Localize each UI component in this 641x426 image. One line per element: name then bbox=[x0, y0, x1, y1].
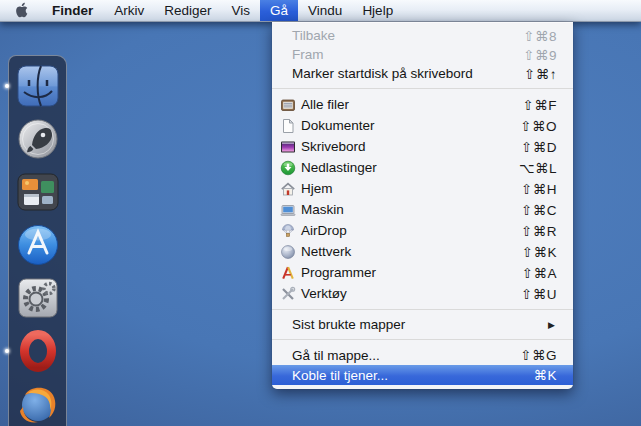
desktop: FinderArkivRedigerVisGåVinduHjelp Tilbak… bbox=[0, 0, 641, 426]
menu-item-shortcut: ⇧⌘8 bbox=[523, 28, 557, 44]
menu-separator bbox=[272, 88, 573, 89]
menu-item-shortcut: ⇧⌘A bbox=[522, 265, 557, 281]
apple-menu[interactable] bbox=[0, 0, 41, 21]
menu-item-label: Skrivebord bbox=[301, 139, 366, 154]
desktop-picture-icon bbox=[280, 138, 297, 155]
menu-separator bbox=[272, 309, 573, 310]
dock-item-opera[interactable] bbox=[16, 329, 60, 373]
firefox-icon bbox=[16, 382, 60, 426]
menu-item-alle-filer[interactable]: Alle filer⇧⌘F bbox=[272, 94, 573, 115]
menubar-item-hjelp[interactable]: Hjelp bbox=[352, 0, 403, 21]
menu-item-label: Programmer bbox=[301, 265, 376, 280]
dock-item-mission-control[interactable] bbox=[16, 170, 60, 214]
applications-icon bbox=[280, 264, 297, 281]
menu-item-label: Marker startdisk på skrivebord bbox=[292, 66, 473, 81]
menu-item-label: AirDrop bbox=[301, 223, 347, 238]
dock-item-launchpad[interactable] bbox=[16, 117, 60, 161]
menubar-item-arkiv[interactable]: Arkiv bbox=[104, 0, 154, 21]
menu-item-koble-til-tjener[interactable]: Koble til tjener...⌘K bbox=[272, 365, 573, 385]
apple-logo-icon bbox=[15, 2, 30, 19]
menu-item-label: Tilbake bbox=[292, 28, 335, 43]
menu-item-shortcut: ⇧⌘O bbox=[520, 118, 557, 134]
menu-item-shortcut: ⇧⌘D bbox=[521, 139, 557, 155]
menu-item-fram: Fram⇧⌘9 bbox=[272, 45, 573, 64]
menu-item-label: Sist brukte mapper bbox=[292, 317, 405, 332]
menu-item-programmer[interactable]: Programmer⇧⌘A bbox=[272, 262, 573, 283]
menu-item-label: Nettverk bbox=[301, 244, 351, 259]
menu-item-sist-brukte-mapper[interactable]: Sist brukte mapper▶ bbox=[272, 315, 573, 334]
dock-item-finder[interactable] bbox=[16, 64, 60, 108]
menu-item-tilbake: Tilbake⇧⌘8 bbox=[272, 26, 573, 45]
menu-item-maskin[interactable]: Maskin⇧⌘C bbox=[272, 199, 573, 220]
menu-item-shortcut: ⇧⌘R bbox=[521, 223, 557, 239]
document-icon bbox=[280, 117, 297, 134]
mission-control-icon bbox=[16, 170, 60, 214]
menu-item-label: Dokumenter bbox=[301, 118, 375, 133]
launchpad-icon bbox=[16, 117, 60, 161]
menu-item-label: Fram bbox=[292, 47, 324, 62]
dock bbox=[8, 55, 67, 426]
menu-item-label: Verktøy bbox=[301, 286, 347, 301]
downloads-icon bbox=[280, 159, 297, 176]
menu-item-marker-startdisk-på-skrivebord[interactable]: Marker startdisk på skrivebord⇧⌘↑ bbox=[272, 64, 573, 83]
menu-item-shortcut: ⇧⌘9 bbox=[523, 47, 557, 63]
app-store-icon bbox=[16, 223, 60, 267]
menubar-item-rediger[interactable]: Rediger bbox=[154, 0, 221, 21]
menu-item-label: Alle filer bbox=[301, 97, 349, 112]
dock-item-system-preferences[interactable] bbox=[16, 276, 60, 320]
opera-icon bbox=[16, 329, 60, 373]
menu-item-verktøy[interactable]: Verktøy⇧⌘U bbox=[272, 283, 573, 304]
menu-item-hjem[interactable]: Hjem⇧⌘H bbox=[272, 178, 573, 199]
menu-item-shortcut: ⇧⌘↑ bbox=[524, 66, 557, 82]
menubar-item-vindu[interactable]: Vindu bbox=[298, 0, 352, 21]
menu-item-shortcut: ⇧⌘F bbox=[522, 97, 557, 113]
all-files-icon bbox=[280, 96, 297, 113]
network-icon bbox=[280, 243, 297, 260]
home-icon bbox=[280, 180, 297, 197]
submenu-arrow-icon: ▶ bbox=[548, 320, 557, 330]
menu-item-label: Maskin bbox=[301, 202, 344, 217]
dock-item-firefox[interactable] bbox=[16, 382, 60, 426]
menu-item-shortcut: ⇧⌘C bbox=[521, 202, 557, 218]
running-indicator bbox=[5, 84, 9, 88]
menu-item-dokumenter[interactable]: Dokumenter⇧⌘O bbox=[272, 115, 573, 136]
menu-item-airdrop[interactable]: AirDrop⇧⌘R bbox=[272, 220, 573, 241]
menubar-item-finder[interactable]: Finder bbox=[41, 0, 104, 21]
airdrop-icon bbox=[280, 222, 297, 239]
menu-item-shortcut: ⇧⌘G bbox=[520, 347, 557, 363]
menu-item-nedlastinger[interactable]: Nedlastinger⌥⌘L bbox=[272, 157, 573, 178]
menu-item-shortcut: ⌥⌘L bbox=[519, 160, 557, 176]
menu-item-gå-til-mappe[interactable]: Gå til mappe...⇧⌘G bbox=[272, 345, 573, 365]
menu-item-shortcut: ⌘K bbox=[533, 367, 557, 383]
menubar-item-vis[interactable]: Vis bbox=[222, 0, 261, 21]
menu-item-label: Hjem bbox=[301, 181, 333, 196]
menu-item-skrivebord[interactable]: Skrivebord⇧⌘D bbox=[272, 136, 573, 157]
menu-item-shortcut: ⇧⌘K bbox=[522, 244, 557, 260]
menu-item-label: Koble til tjener... bbox=[292, 368, 388, 383]
menu-item-shortcut: ⇧⌘U bbox=[521, 286, 557, 302]
menu-item-label: Gå til mappe... bbox=[292, 348, 380, 363]
utilities-icon bbox=[280, 285, 297, 302]
system-preferences-icon bbox=[16, 276, 60, 320]
running-indicator bbox=[5, 349, 9, 353]
menu-bar: FinderArkivRedigerVisGåVinduHjelp bbox=[0, 0, 641, 22]
go-menu-dropdown: Tilbake⇧⌘8Fram⇧⌘9Marker startdisk på skr… bbox=[272, 22, 573, 389]
computer-icon bbox=[280, 201, 297, 218]
dock-item-app-store[interactable] bbox=[16, 223, 60, 267]
menu-separator bbox=[272, 339, 573, 340]
menu-item-shortcut: ⇧⌘H bbox=[521, 181, 557, 197]
menu-item-label: Nedlastinger bbox=[301, 160, 377, 175]
menu-item-nettverk[interactable]: Nettverk⇧⌘K bbox=[272, 241, 573, 262]
menubar-item-g-[interactable]: Gå bbox=[260, 0, 298, 21]
finder-icon bbox=[16, 64, 60, 108]
